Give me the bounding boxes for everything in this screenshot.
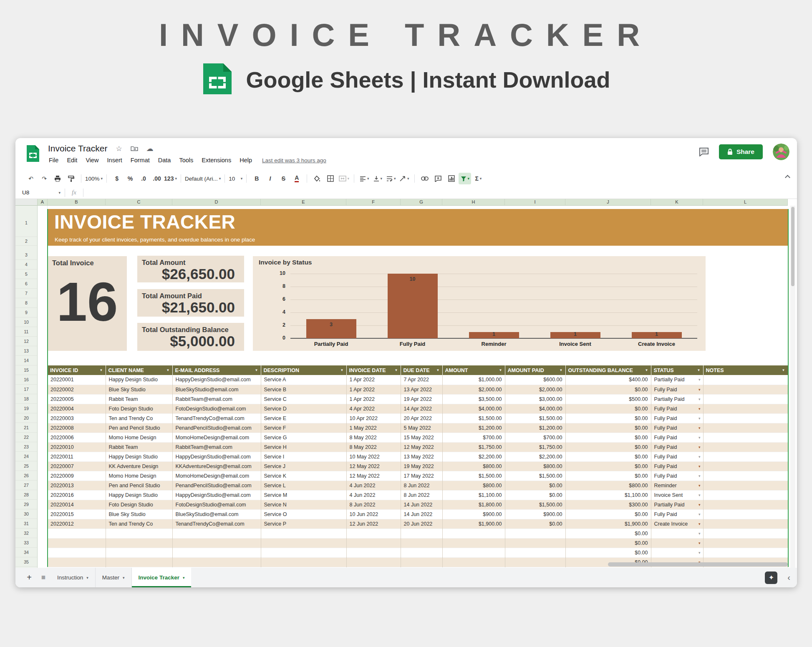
cell[interactable] — [703, 375, 788, 385]
cell[interactable]: 8 Jun 2022 — [401, 490, 442, 500]
row-header-23[interactable]: 23 — [15, 442, 37, 452]
cell[interactable]: 20220012 — [48, 519, 106, 529]
cell[interactable] — [703, 423, 788, 433]
text-color-button[interactable]: A — [295, 175, 299, 182]
status-dropdown-icon[interactable]: ▾ — [699, 407, 701, 411]
cell[interactable]: 17 May 2022 — [401, 471, 442, 481]
cell[interactable]: Service O — [261, 509, 346, 519]
cell[interactable]: $700.00 — [505, 433, 565, 442]
status-dropdown-icon[interactable]: ▾ — [699, 541, 701, 545]
filter-button[interactable]: ▾ — [459, 173, 471, 184]
cell[interactable]: $0.00 — [565, 433, 651, 442]
cell[interactable]: Service P — [261, 519, 346, 529]
cell[interactable]: TenandTrendyCo@email.com — [172, 519, 261, 529]
cell[interactable] — [172, 557, 261, 567]
cell[interactable]: Fully Paid▾ — [651, 452, 703, 461]
name-box[interactable]: U8▾ — [15, 189, 65, 196]
status-dropdown-icon[interactable]: ▾ — [699, 493, 701, 497]
filter-funnel-icon[interactable]: ▼ — [436, 368, 440, 372]
cell[interactable]: 20220011 — [48, 452, 106, 461]
cell[interactable]: $1,500.00 — [505, 413, 565, 423]
row-header-6[interactable]: 6 — [15, 279, 37, 289]
row-header-2[interactable]: 2 — [15, 237, 37, 246]
filter-funnel-icon[interactable]: ▼ — [100, 368, 103, 372]
cell[interactable]: $300.00 — [565, 500, 651, 509]
cell[interactable]: Partially Paid▾ — [651, 375, 703, 385]
font-select[interactable]: Default (Ari...▾ — [185, 173, 221, 184]
cell[interactable]: 20220014 — [48, 500, 106, 509]
text-rotation-button[interactable]: ▾ — [398, 173, 411, 184]
last-edit-link[interactable]: Last edit was 3 hours ago — [262, 157, 326, 164]
row-header-4[interactable]: 4 — [15, 260, 37, 269]
cell[interactable]: Fully Paid▾ — [651, 385, 703, 394]
cell[interactable]: $0.00 — [565, 471, 651, 481]
cell[interactable]: 20220008 — [48, 423, 106, 433]
filter-funnel-icon[interactable]: ▼ — [166, 368, 170, 372]
cell[interactable]: Service M — [261, 490, 346, 500]
cell[interactable] — [703, 452, 788, 461]
row-header-30[interactable]: 30 — [15, 509, 37, 519]
cell[interactable]: 20220016 — [48, 490, 106, 500]
all-sheets-button[interactable]: ≡ — [36, 574, 50, 582]
cell[interactable] — [703, 471, 788, 481]
cell[interactable]: $400.00 — [565, 375, 651, 385]
cell[interactable]: $0.00 — [505, 490, 565, 500]
cell[interactable]: RabbitTeam@email.com — [172, 442, 261, 452]
paint-format-button[interactable] — [65, 173, 77, 184]
row-header-28[interactable]: 28 — [15, 490, 37, 500]
cell[interactable] — [261, 538, 346, 548]
cell[interactable]: Happy Design Studio — [106, 452, 172, 461]
cell[interactable]: Service N — [261, 500, 346, 509]
cell[interactable] — [703, 433, 788, 442]
column-header-J[interactable]: J — [565, 199, 651, 206]
cell[interactable]: $1,000.00 — [442, 375, 505, 385]
cell[interactable]: Service A — [261, 375, 346, 385]
cell[interactable]: 20 Jun 2022 — [401, 519, 442, 529]
row-header-18[interactable]: 18 — [15, 394, 37, 404]
cell[interactable]: $4,000.00 — [442, 404, 505, 413]
insert-link-button[interactable] — [419, 173, 431, 184]
grid-corner-cell[interactable] — [15, 199, 38, 206]
cell[interactable]: Service J — [261, 461, 346, 471]
move-to-folder-icon[interactable] — [131, 146, 138, 151]
menu-view[interactable]: View — [81, 157, 103, 164]
star-icon[interactable]: ☆ — [116, 144, 122, 153]
row-header-29[interactable]: 29 — [15, 500, 37, 509]
cell[interactable]: $0.00 — [565, 423, 651, 433]
cell[interactable]: TenandTrendyCo@email.com — [172, 413, 261, 423]
cell[interactable]: 20220002 — [48, 385, 106, 394]
cell[interactable]: Momo Home Design — [106, 433, 172, 442]
status-dropdown-icon[interactable]: ▾ — [699, 388, 701, 392]
cell[interactable]: 8 Jun 2022 — [401, 481, 442, 490]
cell[interactable]: $1,200.00 — [442, 423, 505, 433]
cell[interactable]: 20 Apr 2022 — [401, 413, 442, 423]
cell[interactable]: 7 Apr 2022 — [401, 375, 442, 385]
cell[interactable]: $800.00 — [442, 481, 505, 490]
cell[interactable]: 14 Apr 2022 — [401, 404, 442, 413]
row-header-17[interactable]: 17 — [15, 385, 37, 394]
total-invoice-card[interactable]: Total Invoice 16 — [48, 256, 127, 351]
column-header-invoice-date[interactable]: INVOICE DATE▼ — [346, 365, 401, 375]
cell[interactable] — [106, 538, 172, 548]
sheet-tab-instruction[interactable]: Instruction▾ — [50, 568, 96, 587]
cell[interactable]: $1,500.00 — [442, 413, 505, 423]
undo-button[interactable]: ↶ — [25, 173, 37, 184]
cloud-status-icon[interactable]: ☁ — [146, 144, 154, 153]
cell[interactable]: $900.00 — [442, 509, 505, 519]
row-header-3[interactable]: 3 — [15, 250, 37, 260]
cell[interactable]: 20220010 — [48, 442, 106, 452]
sheet-tab-menu-icon[interactable]: ▾ — [123, 576, 125, 580]
status-dropdown-icon[interactable]: ▾ — [699, 512, 701, 516]
cell[interactable]: 1 Apr 2022 — [346, 375, 401, 385]
menu-edit[interactable]: Edit — [63, 157, 81, 164]
filter-funnel-icon[interactable]: ▼ — [340, 368, 344, 372]
column-header-invoice-id[interactable]: INVOICE ID▼ — [48, 365, 106, 375]
cell[interactable]: $500.00 — [565, 394, 651, 404]
column-header-amount-paid[interactable]: AMOUNT PAID▼ — [505, 365, 565, 375]
cell[interactable]: $700.00 — [442, 433, 505, 442]
cell[interactable]: $800.00 — [565, 481, 651, 490]
row-header-7[interactable]: 7 — [15, 289, 37, 298]
cell[interactable]: $0.00 — [565, 509, 651, 519]
filter-funnel-icon[interactable]: ▼ — [560, 368, 563, 372]
row-header-25[interactable]: 25 — [15, 461, 37, 471]
